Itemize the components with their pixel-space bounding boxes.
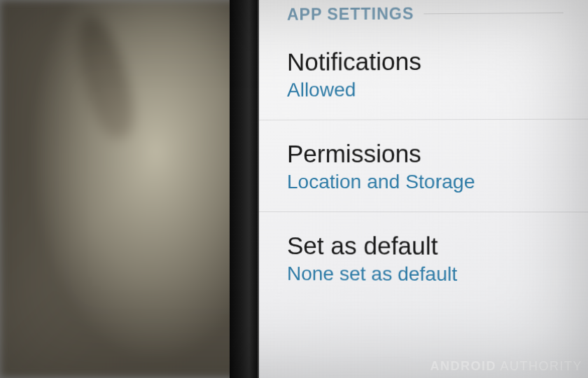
settings-row-value: Allowed [287, 78, 564, 102]
section-header: APP SETTINGS [259, 0, 588, 29]
settings-row-title: Set as default [287, 232, 564, 260]
settings-row-title: Notifications [287, 46, 564, 76]
settings-row-permissions[interactable]: Permissions Location and Storage [259, 120, 588, 213]
background-photo [0, 0, 259, 378]
settings-row-title: Permissions [287, 139, 564, 168]
settings-row-set-as-default[interactable]: Set as default None set as default [259, 212, 588, 293]
section-header-label: APP SETTINGS [287, 4, 414, 24]
phone-screen: APP SETTINGS Notifications Allowed Permi… [259, 0, 588, 378]
section-header-divider [424, 13, 564, 14]
phone-bezel [230, 0, 259, 378]
settings-row-value: None set as default [287, 262, 564, 286]
settings-row-notifications[interactable]: Notifications Allowed [259, 27, 588, 120]
settings-row-value: Location and Storage [287, 171, 564, 193]
